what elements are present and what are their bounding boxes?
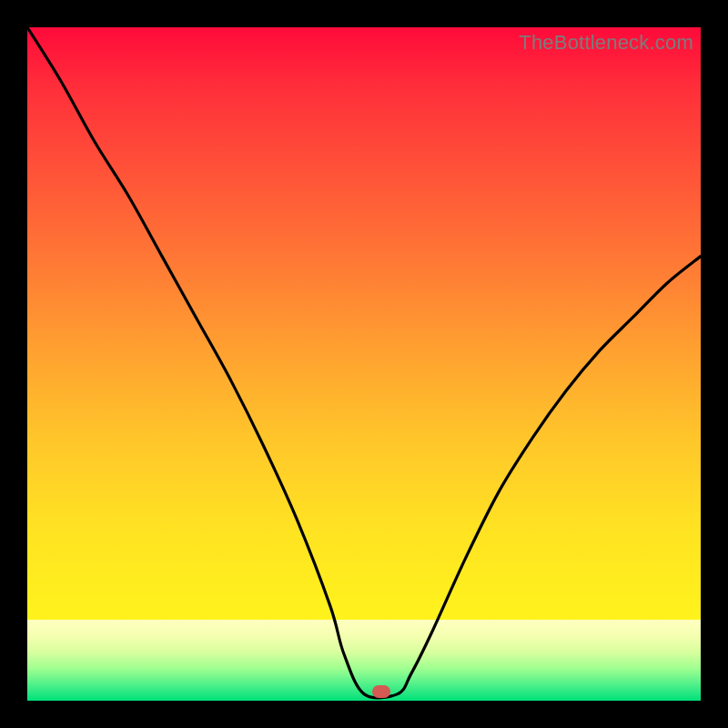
background-gradient-lower bbox=[27, 620, 701, 701]
background-gradient-upper bbox=[27, 27, 701, 620]
chart-frame: TheBottleneck.com bbox=[0, 0, 728, 728]
watermark-text: TheBottleneck.com bbox=[519, 31, 693, 55]
plot-area: TheBottleneck.com bbox=[27, 27, 701, 701]
optimal-point-marker bbox=[372, 685, 390, 698]
